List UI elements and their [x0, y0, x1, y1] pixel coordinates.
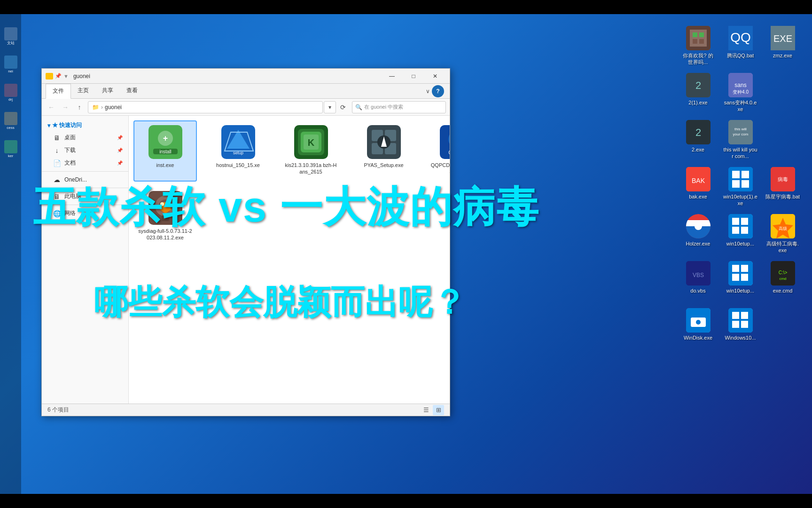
desktop-icon-win10d[interactable]: Windows10...	[720, 306, 760, 350]
svg-text:cmd: cmd	[779, 277, 786, 281]
file-item-pyas[interactable]: PYAS_Setup.exe	[352, 120, 415, 182]
close-button[interactable]: ✕	[424, 69, 446, 84]
forward-button[interactable]: →	[60, 102, 71, 113]
overlay-sub-text: 哪些杀软会脱颖而出呢？	[94, 280, 466, 325]
svg-rect-45	[741, 265, 748, 272]
titlebar-icons: 📌 ▼	[46, 73, 69, 79]
svg-text:QQ: QQ	[730, 30, 751, 45]
svg-rect-25	[732, 180, 740, 188]
pin-icon-desktop: 📌	[117, 135, 123, 140]
desktop-icon-virus[interactable]: 病毒 陈星宇病毒.bat	[763, 165, 803, 209]
file-label-hostnui: hostnui_150_15.xe	[216, 162, 260, 168]
file-icon-qqpc: QQ管家	[440, 125, 450, 159]
status-bar: 6 个项目 ☰ ⊞	[42, 404, 450, 416]
file-icon-pyas	[367, 125, 401, 159]
desktop-icon-2exe2[interactable]: 2 2.exe	[678, 118, 718, 162]
list-view-button[interactable]: ☰	[421, 405, 432, 415]
sidebar-item-3[interactable]: drj	[1, 80, 20, 106]
back-button[interactable]: ←	[46, 102, 57, 113]
svg-rect-56	[741, 312, 748, 319]
minimize-button[interactable]: —	[381, 69, 403, 84]
nav-item-downloads[interactable]: ↓ 下载 📌	[42, 144, 128, 157]
desktop-icon-gaoji[interactable]: 高级 高级特工病毒.exe	[763, 212, 803, 256]
svg-rect-36	[732, 227, 739, 234]
svg-rect-23	[732, 171, 740, 178]
ribbon-chevron-icon[interactable]: ∨	[426, 88, 430, 95]
desktop-icon-2exe[interactable]: 2 2(1).exe	[678, 71, 718, 115]
svg-rect-58	[741, 321, 748, 328]
svg-rect-24	[742, 171, 749, 178]
nav-label-downloads: 下载	[64, 146, 76, 154]
address-dropdown-button[interactable]: ▾	[324, 101, 336, 113]
svg-rect-46	[732, 274, 739, 281]
pin-icon-documents: 📌	[117, 160, 123, 166]
sidebar-item-top[interactable]: 文站	[1, 24, 20, 49]
nav-panel: ▾ ★ 快速访问 🖥 桌面 📌 ↓ 下载 📌 📄 文档 📌	[42, 116, 129, 404]
file-icon-kaspersky: K	[294, 125, 328, 159]
title-dash: ▼	[63, 73, 69, 79]
ribbon-help-button[interactable]: ?	[432, 85, 444, 97]
svg-text:this will: this will	[734, 127, 747, 131]
sidebar-item-4[interactable]: cess	[1, 108, 20, 134]
icon-label-minecraft: 你喜欢我? 的世界吗...	[680, 52, 716, 66]
svg-rect-4	[693, 39, 697, 44]
desktop-icon-holzer[interactable]: Holzer.exe	[678, 212, 718, 256]
search-box[interactable]: 🔍 在 guonei 中搜索	[352, 101, 446, 113]
desktop-icon-windisk[interactable]: WinDisk.exe	[678, 306, 718, 350]
view-buttons: ☰ ⊞	[421, 405, 444, 415]
file-item-hostnui[interactable]: setup hostnui_150_15.xe	[206, 120, 270, 182]
svg-rect-2	[693, 32, 697, 37]
desktop-icon-win10[interactable]: win10etup(1).exe	[720, 165, 760, 209]
maximize-button[interactable]: □	[403, 69, 424, 84]
tab-view[interactable]: 查看	[120, 84, 144, 98]
ribbon-tabs: 文件 主页 共享 查看 ∨ ?	[42, 84, 450, 98]
file-label-inst: inst.exe	[156, 162, 174, 168]
search-placeholder: 在 guonei 中搜索	[364, 103, 403, 111]
tab-share[interactable]: 共享	[95, 84, 120, 98]
refresh-button[interactable]: ⟳	[337, 101, 349, 113]
desktop-icon-zmz[interactable]: EXE zmz.exe	[763, 24, 803, 68]
nav-item-documents[interactable]: 📄 文档 📌	[42, 157, 128, 169]
svg-text:病毒: 病毒	[778, 176, 788, 182]
tab-file[interactable]: 文件	[46, 84, 71, 99]
icon-label-win10: win10etup(1).exe	[723, 193, 758, 207]
desktop-icon-execmd[interactable]: C:\>cmd exe.cmd	[763, 259, 803, 303]
tab-home[interactable]: 主页	[71, 84, 95, 98]
icon-label-dovbs: do.vbs	[690, 287, 705, 294]
svg-text:install: install	[159, 149, 172, 154]
sidebar-item-5[interactable]: ker	[1, 136, 20, 162]
desktop-icon-qqbat[interactable]: QQ 腾讯QQ.bat	[720, 24, 760, 68]
sidebar-item-2[interactable]: nei	[1, 52, 20, 78]
icon-label-zmz: zmz.exe	[773, 52, 792, 59]
window-title: guonei	[73, 73, 90, 79]
desktop-icon-dovbs[interactable]: VBS do.vbs	[678, 259, 718, 303]
desktop-icon-thiskill[interactable]: this willyour com this will kill your co…	[720, 118, 760, 162]
file-item-inst[interactable]: + install inst.exe	[133, 120, 197, 182]
up-button[interactable]: ↑	[74, 102, 85, 113]
icon-label-execmd: exe.cmd	[773, 287, 793, 294]
icon-label-win10c: win10etup...	[726, 287, 754, 294]
grid-view-button[interactable]: ⊞	[433, 405, 444, 415]
svg-text:2: 2	[695, 79, 701, 91]
folder-breadcrumb-icon: 📁	[92, 104, 99, 111]
desktop-icon-minecraft[interactable]: 你喜欢我? 的世界吗...	[678, 24, 718, 68]
left-sidebar: 文站 nei drj cess ker	[0, 14, 21, 494]
address-path[interactable]: 📁 › guonei	[88, 101, 323, 113]
svg-rect-57	[732, 321, 739, 328]
explorer-main: ▾ ★ 快速访问 🖥 桌面 📌 ↓ 下载 📌 📄 文档 📌	[42, 116, 450, 404]
desktop-icon-win10c[interactable]: win10etup...	[720, 259, 760, 303]
file-label-qqpc: QQPCDownload_hor_31005	[429, 162, 450, 175]
file-item-kaspersky[interactable]: K kis21.3.10.391a bzh-Hans_2615	[279, 120, 343, 182]
documents-nav-icon: 📄	[53, 159, 61, 167]
desktop-icon-win10b[interactable]: win10etup...	[720, 212, 760, 256]
nav-item-desktop[interactable]: 🖥 桌面 📌	[42, 131, 128, 144]
svg-text:sans: sans	[734, 82, 746, 88]
quick-access-header[interactable]: ▾ ★ 快速访问	[42, 119, 128, 131]
desktop-icon-bak[interactable]: BAK bak.exe	[678, 165, 718, 209]
icon-label-holzer: Holzer.exe	[686, 240, 710, 247]
desktop-icon-sans[interactable]: sans变种4.0 sans变种4.0.exe	[720, 71, 760, 115]
file-item-qqpc[interactable]: QQ管家 QQPCDownload_hor_31005	[425, 120, 450, 182]
breadcrumb-current: guonei	[105, 104, 122, 111]
nav-label-documents: 文档	[64, 159, 76, 167]
svg-rect-33	[728, 214, 753, 238]
